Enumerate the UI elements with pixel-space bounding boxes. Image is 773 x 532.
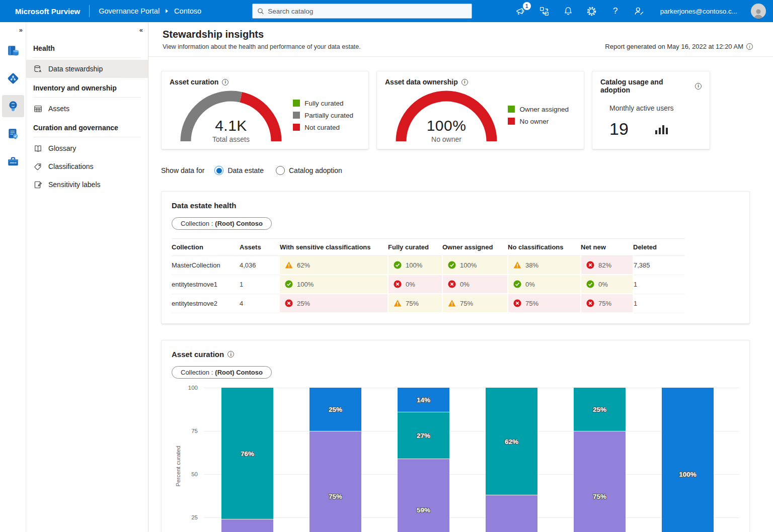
collection-filter-pill[interactable]: Collection :(Root) Contoso: [172, 217, 272, 230]
collection-filter-pill[interactable]: Collection :(Root) Contoso: [172, 366, 272, 379]
portal-switcher-icon[interactable]: [539, 6, 550, 17]
deleted-count-cell: 7,385: [633, 256, 685, 275]
rail-item-data-catalog[interactable]: [2, 40, 24, 62]
column-header-with-sensitive-classifications[interactable]: With sensitive classifications: [280, 239, 388, 256]
bar-segment-segment-teal: 27%: [398, 412, 449, 459]
avatar[interactable]: [751, 4, 766, 19]
sidebar-item-assets[interactable]: Assets: [26, 100, 148, 118]
info-icon[interactable]: [461, 79, 468, 85]
legend-swatch: [508, 118, 515, 125]
notifications-icon[interactable]: [563, 6, 574, 17]
rail-item-data-map[interactable]: [2, 67, 24, 90]
column-header-assets[interactable]: Assets: [240, 239, 280, 256]
metric-value: 100%: [406, 261, 422, 269]
metric-cell: 75%: [508, 294, 581, 313]
rail-item-management[interactable]: [2, 150, 24, 172]
bar-segment-label: 62%: [486, 437, 537, 445]
collection-name-cell[interactable]: entitytestmove2: [172, 294, 240, 313]
metric-value: 75%: [598, 300, 611, 307]
metric-value: 38%: [525, 261, 538, 269]
metric-value: 75%: [406, 300, 419, 307]
metric-cell-content: 75%: [389, 294, 442, 312]
bar-segment-segment-purple: 75%: [574, 431, 626, 532]
feedback-icon[interactable]: [634, 6, 645, 17]
breadcrumb-portal[interactable]: Governance Portal: [99, 7, 160, 15]
column-header-fully-curated[interactable]: Fully curated: [388, 239, 442, 256]
info-icon[interactable]: [695, 83, 702, 90]
info-icon[interactable]: [227, 351, 234, 358]
metric-cell: 0%: [388, 275, 442, 294]
radio-dot[interactable]: [276, 166, 285, 175]
sidebar-item-sensitivity-labels[interactable]: Sensitivity labels: [26, 175, 148, 194]
panel-title: Asset curation: [172, 350, 739, 359]
asset-curation-legend: Fully curatedPartially curatedNot curate…: [293, 100, 353, 131]
bar-segment-label: 25%: [310, 406, 361, 413]
y-axis-label: Percent curated: [175, 444, 181, 489]
sidebar-item-glossary[interactable]: Glossary: [26, 139, 148, 157]
bar-segment-label: 75%: [574, 492, 626, 500]
rail-expand-icon[interactable]: »: [19, 26, 22, 34]
legend-swatch: [293, 100, 300, 107]
asset-curation-gauge: 4.1K Total assets: [178, 87, 284, 143]
column-header-net-new[interactable]: Net new: [581, 239, 633, 256]
sidebar-item-classifications[interactable]: Classifications: [26, 157, 148, 175]
error-icon: [586, 261, 594, 269]
topbar-divider: [89, 5, 90, 17]
info-icon[interactable]: [222, 79, 228, 85]
announcements-icon[interactable]: 1: [515, 6, 526, 17]
warning-icon: [448, 299, 456, 307]
search-input[interactable]: [268, 8, 467, 15]
column-header-collection[interactable]: Collection: [172, 239, 240, 256]
metric-value: 0%: [460, 281, 470, 288]
sidebar-item-data-stewardship[interactable]: Data stewardship: [26, 60, 148, 78]
column-header-deleted[interactable]: Deleted: [633, 239, 685, 256]
stacked-bar: 76%: [221, 388, 273, 532]
help-icon[interactable]: ?: [610, 6, 621, 17]
metric-cell: 82%: [581, 256, 633, 275]
deleted-count-cell: 1: [633, 275, 685, 294]
info-icon[interactable]: [746, 43, 753, 50]
legend-swatch: [293, 124, 300, 131]
bar-segment-label: 14%: [398, 396, 449, 404]
metric-value: 0%: [598, 281, 608, 288]
catalog-search-box[interactable]: [252, 4, 472, 19]
gauge-caption: No owner: [393, 135, 500, 143]
metric-cell-content: 75%: [581, 294, 633, 312]
breadcrumb-chevron-icon: [166, 9, 168, 13]
bar-segment-segment-blue: 100%: [662, 388, 714, 532]
settings-icon[interactable]: [586, 6, 597, 17]
asset-ownership-legend: Owner assignedNo owner: [508, 106, 569, 125]
sensitivity-labels-icon: [33, 180, 43, 190]
error-icon: [285, 299, 293, 307]
legend-item: Partially curated: [293, 112, 353, 119]
assets-count-cell: 1: [240, 275, 280, 294]
top-app-bar: Microsoft Purview Governance Portal Cont…: [0, 0, 773, 22]
rail-item-data-policy[interactable]: [2, 123, 24, 145]
metric-cell-content: 75%: [508, 294, 580, 312]
radio-catalog-adoption[interactable]: Catalog adoption: [276, 166, 342, 175]
y-tick-label: 50: [191, 471, 198, 477]
rail-item-insights[interactable]: [2, 95, 24, 117]
account-email[interactable]: parkerjones@contoso.c...: [660, 8, 737, 15]
main-content: Stewardship insights View information ab…: [148, 22, 773, 532]
column-header-no-classifications[interactable]: No classifications: [508, 239, 581, 256]
column-header-owner-assigned[interactable]: Owner assigned: [442, 239, 508, 256]
metric-cell: 25%: [280, 294, 388, 313]
gauge-value: 100%: [393, 117, 500, 134]
data-catalog-icon: [7, 44, 20, 57]
bar-segment-segment-purple: 59%: [398, 459, 449, 532]
y-axis: 1007550250: [182, 388, 204, 532]
radio-dot[interactable]: [214, 166, 223, 175]
product-name[interactable]: Microsoft Purview: [15, 7, 80, 16]
radio-data-estate[interactable]: Data estate: [214, 166, 264, 175]
breadcrumb-tenant[interactable]: Contoso: [174, 7, 201, 15]
gridline: [204, 474, 739, 475]
sidebar-collapse-icon[interactable]: «: [139, 26, 142, 34]
metric-cell-content: 0%: [508, 275, 580, 293]
insights-sidebar: « HealthData stewardshipInventory and ow…: [26, 22, 148, 532]
collection-name-cell[interactable]: entitytestmove1: [172, 275, 240, 294]
sidebar-item-label: Assets: [48, 105, 69, 113]
error-icon: [394, 280, 402, 288]
collection-name-cell[interactable]: MasterCollection: [172, 256, 240, 275]
metric-cell: 38%: [508, 256, 581, 275]
